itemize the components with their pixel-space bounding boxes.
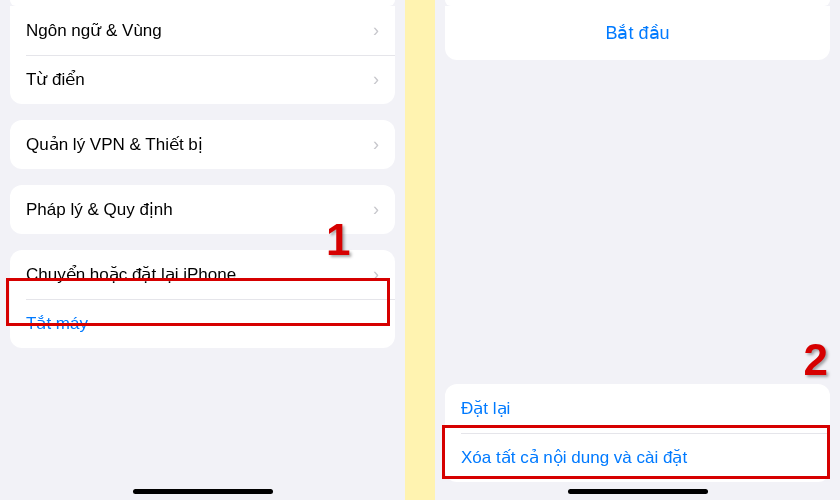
chevron-right-icon: ›: [373, 20, 379, 41]
legal-label: Pháp lý & Quy định: [26, 199, 173, 220]
annotation-marker-1: 1: [326, 215, 350, 265]
vpn-device-label: Quản lý VPN & Thiết bị: [26, 134, 203, 155]
divider-strip: [405, 0, 435, 500]
chevron-right-icon: ›: [373, 199, 379, 220]
language-region-label: Ngôn ngữ & Vùng: [26, 20, 162, 41]
dictionary-label: Từ điển: [26, 69, 85, 90]
settings-group-vpn: Quản lý VPN & Thiết bị ›: [10, 120, 395, 169]
screenshot-pair: Ngôn ngữ & Vùng › Từ điển › Quản lý VPN …: [0, 0, 840, 500]
settings-group-general: Ngôn ngữ & Vùng › Từ điển ›: [10, 6, 395, 104]
vpn-device-row[interactable]: Quản lý VPN & Thiết bị ›: [10, 120, 395, 169]
chevron-right-icon: ›: [373, 264, 379, 285]
erase-all-row[interactable]: Xóa tất cả nội dung và cài đặt: [445, 433, 830, 482]
spacer: [435, 70, 840, 376]
chevron-right-icon: ›: [373, 134, 379, 155]
language-region-row[interactable]: Ngôn ngữ & Vùng ›: [10, 6, 395, 55]
home-indicator[interactable]: [568, 489, 708, 494]
start-button[interactable]: Bắt đầu: [605, 23, 669, 43]
right-phone-screen: Bắt đầu Đặt lại Xóa tất cả nội dung và c…: [435, 0, 840, 500]
right-content: Bắt đầu Đặt lại Xóa tất cả nội dung và c…: [435, 0, 840, 500]
shutdown-label: Tắt máy: [26, 313, 88, 334]
shutdown-row[interactable]: Tắt máy: [10, 299, 395, 348]
reset-label: Đặt lại: [461, 398, 510, 419]
dictionary-row[interactable]: Từ điển ›: [10, 55, 395, 104]
transfer-reset-label: Chuyển hoặc đặt lại iPhone: [26, 264, 236, 285]
home-indicator[interactable]: [133, 489, 273, 494]
chevron-right-icon: ›: [373, 69, 379, 90]
reset-group: Đặt lại Xóa tất cả nội dung và cài đặt: [445, 384, 830, 482]
erase-all-label: Xóa tất cả nội dung và cài đặt: [461, 447, 687, 468]
start-button-card: Bắt đầu: [445, 6, 830, 60]
annotation-marker-2: 2: [804, 335, 828, 385]
reset-row[interactable]: Đặt lại: [445, 384, 830, 433]
